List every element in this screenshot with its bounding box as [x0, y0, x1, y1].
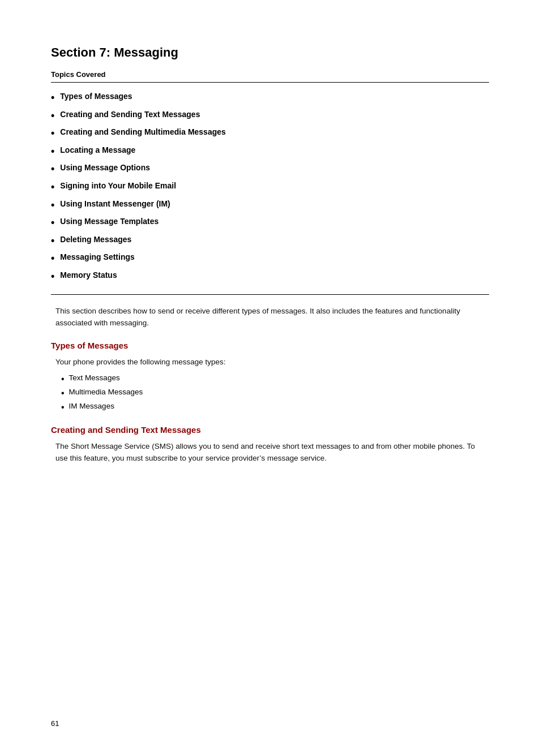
topic-item: Deleting Messages [51, 235, 489, 247]
section-title: Section 7: Messaging [51, 45, 489, 60]
intro-paragraph: This section describes how to send or re… [51, 305, 489, 329]
creating-section-body: The Short Message Service (SMS) allows y… [51, 440, 489, 465]
types-section-title: Types of Messages [51, 341, 489, 350]
topic-item: Types of Messages [51, 92, 489, 104]
creating-section-title: Creating and Sending Text Messages [51, 425, 489, 435]
top-divider [51, 82, 489, 83]
list-item: Multimedia Messages [61, 388, 489, 400]
topic-item: Locating a Message [51, 145, 489, 158]
list-item: IM Messages [61, 402, 489, 414]
topic-item: Creating and Sending Multimedia Messages [51, 127, 489, 140]
bottom-divider [51, 294, 489, 295]
topics-list: Types of MessagesCreating and Sending Te… [51, 92, 489, 283]
topic-item: Messaging Settings [51, 252, 489, 265]
list-item: Text Messages [61, 373, 489, 385]
topics-covered-label: Topics Covered [51, 70, 489, 79]
types-section-body: Your phone provides the following messag… [51, 356, 489, 368]
topic-item: Using Message Options [51, 163, 489, 175]
page-number: 61 [51, 719, 59, 728]
topic-item: Using Instant Messenger (IM) [51, 199, 489, 212]
types-list: Text MessagesMultimedia MessagesIM Messa… [61, 373, 489, 413]
topic-item: Using Message Templates [51, 217, 489, 229]
topic-item: Memory Status [51, 270, 489, 283]
topic-item: Signing into Your Mobile Email [51, 181, 489, 194]
page-container: Section 7: Messaging Topics Covered Type… [0, 0, 540, 756]
topic-item: Creating and Sending Text Messages [51, 110, 489, 122]
